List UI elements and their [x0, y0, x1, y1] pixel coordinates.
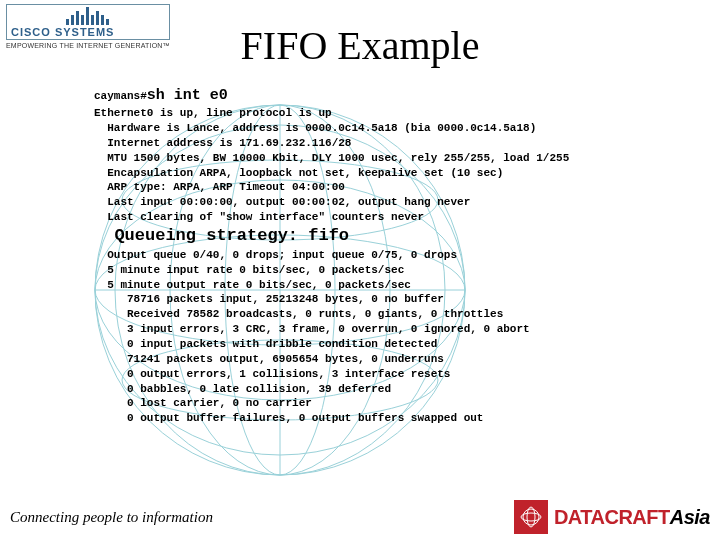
svg-point-13	[523, 509, 539, 525]
datacraft-suffix: Asia	[670, 506, 710, 528]
term-line: Received 78582 broadcasts, 0 runts, 0 gi…	[94, 308, 503, 320]
term-line: Encapsulation ARPA, loopback not set, ke…	[94, 167, 503, 179]
term-line: Internet address is 171.69.232.116/28	[94, 137, 351, 149]
term-line: 5 minute input rate 0 bits/sec, 0 packet…	[94, 264, 404, 276]
terminal-output: caymans#sh int e0 Ethernet0 is up, line …	[94, 86, 654, 426]
term-line: Ethernet0 is up, line protocol is up	[94, 107, 332, 119]
term-line: 0 output errors, 1 collisions, 3 interfa…	[94, 368, 450, 380]
datacraft-icon	[514, 500, 548, 534]
term-line: Hardware is Lance, address is 0000.0c14.…	[94, 122, 536, 134]
term-line: 0 input packets with dribble condition d…	[94, 338, 437, 350]
slide-title: FIFO Example	[0, 22, 720, 69]
term-line: Last clearing of "show interface" counte…	[94, 211, 424, 223]
term-line: 0 output buffer failures, 0 output buffe…	[94, 412, 483, 424]
term-line: Last input 00:00:00, output 00:00:02, ou…	[94, 196, 470, 208]
footer-tagline: Connecting people to information	[10, 509, 213, 526]
command: sh int e0	[147, 87, 228, 104]
term-line: 5 minute output rate 0 bits/sec, 0 packe…	[94, 279, 411, 291]
term-line: 0 lost carrier, 0 no carrier	[94, 397, 312, 409]
datacraft-brand: DATACRAFT	[554, 506, 670, 528]
term-line: 78716 packets input, 25213248 bytes, 0 n…	[94, 293, 444, 305]
term-line: 3 input errors, 3 CRC, 3 frame, 0 overru…	[94, 323, 530, 335]
term-line: ARP type: ARPA, ARP Timeout 04:00:00	[94, 181, 345, 193]
term-line: 0 babbles, 0 late collision, 39 deferred	[94, 383, 391, 395]
term-line: Output queue 0/40, 0 drops; input queue …	[94, 249, 457, 261]
prompt: caymans#	[94, 90, 147, 102]
queue-strategy-line: Queueing strategy: fifo	[94, 226, 349, 245]
datacraft-logo: DATACRAFTAsia	[514, 500, 710, 534]
term-line: 71241 packets output, 6905654 bytes, 0 u…	[94, 353, 444, 365]
term-line: MTU 1500 bytes, BW 10000 Kbit, DLY 1000 …	[94, 152, 569, 164]
